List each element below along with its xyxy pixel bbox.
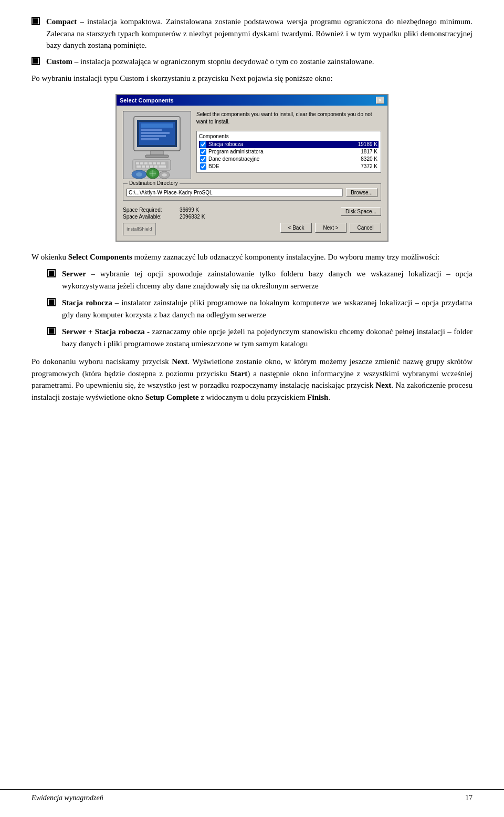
browse-button[interactable]: Browse... xyxy=(346,188,377,197)
para3: Po wybraniu instalacji typu Custom i sko… xyxy=(32,73,472,85)
space-required-row: Space Required: 36699 K xyxy=(123,207,205,213)
serwer-stacja-bullet: Serwer + Stacja robocza - zaznaczamy obi… xyxy=(47,326,472,349)
component-checkbox-2[interactable] xyxy=(200,149,206,155)
component-row-1[interactable]: Stacja robocza 19189 K xyxy=(199,141,379,148)
installshield-label: InstallShield xyxy=(123,223,156,235)
dialog-title: Select Components xyxy=(120,97,174,104)
svg-rect-9 xyxy=(145,155,169,158)
footer-title: Ewidencja wynagrodzeń xyxy=(32,794,103,802)
para5: Po dokonaniu wyboru naciskamy przycisk N… xyxy=(32,356,472,403)
next-bold-1: Next xyxy=(172,357,187,366)
svg-rect-3 xyxy=(141,123,173,128)
custom-text: Custom – instalacja pozwalająca w ograni… xyxy=(46,56,472,68)
next-bold-2: Next xyxy=(375,381,391,389)
dialog-wrapper: Select Components × xyxy=(32,94,472,242)
svg-point-26 xyxy=(136,172,142,177)
space-available-row: Space Available: 2096832 K xyxy=(123,214,205,220)
component-checkbox-4[interactable] xyxy=(200,163,206,170)
component-name-3: Dane demonstracyjne xyxy=(208,156,361,162)
components-group: Components Stacja robocza 19189 K Progra… xyxy=(196,131,381,173)
component-checkbox-1[interactable] xyxy=(200,141,206,148)
custom-bullet: Custom – instalacja pozwalająca w ograni… xyxy=(32,56,472,68)
sub-bullets: Serwer – wybranie tej opcji spowoduje za… xyxy=(47,268,472,349)
svg-rect-7 xyxy=(141,138,159,140)
footer-page-number: 17 xyxy=(465,794,472,802)
serwer-bullet: Serwer – wybranie tej opcji spowoduje za… xyxy=(47,268,472,292)
svg-rect-14 xyxy=(144,162,148,164)
svg-rect-13 xyxy=(140,162,143,164)
svg-point-30 xyxy=(162,173,167,177)
dialog-description: Select the components you want to instal… xyxy=(196,111,381,126)
compact-text: Compact – instalacja kompaktowa. Zainsta… xyxy=(46,16,472,51)
sub-checkbox-1 xyxy=(47,269,56,277)
select-components-dialog: Select Components × xyxy=(116,94,388,242)
component-row-2[interactable]: Program administratora 1817 K xyxy=(199,148,379,156)
space-available-label: Space Available: xyxy=(123,214,175,220)
svg-rect-22 xyxy=(150,166,153,168)
finish-bold: Finish xyxy=(307,393,328,401)
space-available-value: 2096832 K xyxy=(180,214,205,220)
start-bold: Start xyxy=(230,369,248,378)
stacja-robocza-bullet: Stacja robocza – instalator zainstaluje … xyxy=(47,297,472,320)
serwer-text: Serwer – wybranie tej opcji spowoduje za… xyxy=(62,268,472,292)
dialog-image xyxy=(123,111,191,179)
destination-input[interactable] xyxy=(127,189,343,197)
svg-rect-18 xyxy=(161,162,165,164)
cancel-button[interactable]: Cancel xyxy=(350,223,381,233)
svg-rect-19 xyxy=(136,166,141,168)
component-row-3[interactable]: Dane demonstracyjne 8320 K xyxy=(199,156,379,163)
sub-checkbox-3 xyxy=(47,327,56,335)
stacja-robocza-text: Stacja robocza – instalator zainstaluje … xyxy=(62,297,472,320)
dialog-footer: InstallShield < Back Next > Cancel xyxy=(123,223,381,235)
nav-buttons: < Back Next > Cancel xyxy=(280,223,381,233)
svg-rect-5 xyxy=(141,132,170,134)
next-button[interactable]: Next > xyxy=(315,223,346,233)
close-icon[interactable]: × xyxy=(376,97,384,104)
titlebar-buttons: × xyxy=(376,97,384,104)
space-required-value: 36699 K xyxy=(180,207,199,213)
destination-legend: Destination Directory xyxy=(128,180,180,186)
dialog-top-row: Select the components you want to instal… xyxy=(123,111,381,179)
para4: W okienku Select Components możemy zazna… xyxy=(32,251,472,263)
components-label: Components xyxy=(199,133,379,139)
serwer-stacja-text: Serwer + Stacja robocza - zaznaczamy obi… xyxy=(62,326,472,349)
component-name-1: Stacja robocza xyxy=(208,141,358,147)
page-footer: Ewidencja wynagrodzeń 17 xyxy=(0,789,504,806)
bullet-checkbox-2 xyxy=(32,57,40,65)
back-button[interactable]: < Back xyxy=(280,223,312,233)
component-checkbox-3[interactable] xyxy=(200,156,206,162)
svg-rect-17 xyxy=(157,162,160,164)
component-name-2: Program administratora xyxy=(208,149,361,154)
setup-complete-bold: Setup Complete xyxy=(145,393,199,401)
component-name-4: BDE xyxy=(208,163,361,169)
svg-rect-16 xyxy=(153,162,156,164)
compact-bullet: Compact – instalacja kompaktowa. Zainsta… xyxy=(32,16,472,51)
svg-rect-20 xyxy=(142,166,145,168)
svg-rect-24 xyxy=(159,166,166,168)
component-size-2: 1817 K xyxy=(361,149,377,154)
svg-rect-6 xyxy=(141,135,166,137)
sub-checkbox-2 xyxy=(47,298,56,306)
component-size-3: 8320 K xyxy=(361,156,377,162)
svg-rect-15 xyxy=(149,162,152,164)
computer-svg xyxy=(123,111,191,179)
dialog-body: Select the components you want to instal… xyxy=(117,106,387,241)
destination-row: Browse... xyxy=(127,188,377,197)
svg-rect-4 xyxy=(141,129,162,131)
svg-rect-23 xyxy=(154,166,158,168)
destination-group: Destination Directory Browse... xyxy=(123,183,381,201)
disk-space-button[interactable]: Disk Space... xyxy=(341,207,381,216)
component-size-1: 19189 K xyxy=(358,141,377,147)
space-info: Space Required: 36699 K Space Available:… xyxy=(123,207,205,220)
dialog-titlebar: Select Components × xyxy=(117,95,387,106)
svg-rect-12 xyxy=(136,162,139,164)
svg-rect-21 xyxy=(146,166,149,168)
select-components-bold: Select Components xyxy=(68,253,132,261)
component-size-4: 7372 K xyxy=(361,163,377,169)
component-row-4[interactable]: BDE 7372 K xyxy=(199,163,379,170)
svg-rect-8 xyxy=(151,151,163,155)
bullet-checkbox-1 xyxy=(32,17,40,25)
dialog-right: Select the components you want to instal… xyxy=(196,111,381,179)
space-required-label: Space Required: xyxy=(123,207,175,213)
